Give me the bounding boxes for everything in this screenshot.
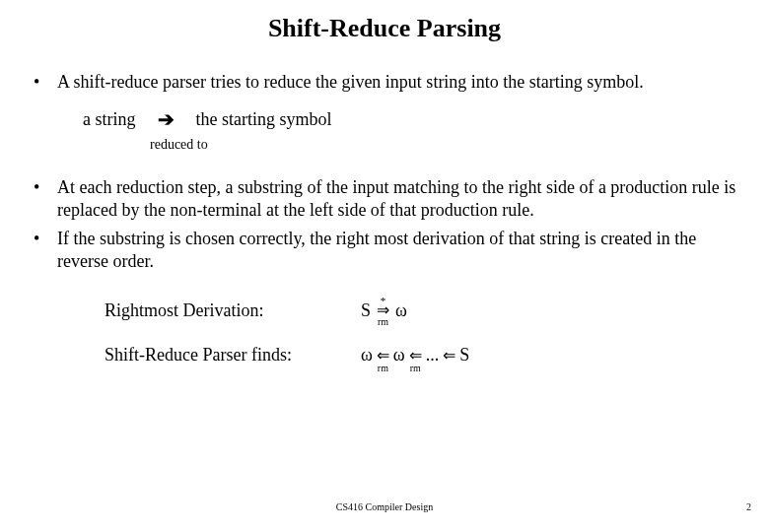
symbol-S: S <box>361 300 371 321</box>
slide-title: Shift-Reduce Parsing <box>28 14 741 43</box>
star-superscript: * <box>381 297 386 305</box>
rightmost-expr: S * ⇒ rm ω <box>361 300 407 321</box>
sr-expr: ω ⇐ rm ω ⇐ rm ... ⇐ S <box>361 345 469 366</box>
reduction-block: a string ➔ the starting symbol reduced t… <box>83 107 741 153</box>
reduction-rhs: the starting symbol <box>196 109 332 130</box>
double-left-arrow-icon: ⇐ <box>443 347 455 364</box>
reduction-row: a string ➔ the starting symbol <box>83 107 741 131</box>
double-left-arrow-icon: ⇐ <box>377 347 389 364</box>
symbol-S: S <box>459 345 469 366</box>
slide: Shift-Reduce Parsing A shift-reduce pars… <box>0 0 769 532</box>
reduction-lhs: a string <box>83 109 136 130</box>
reduces-arrow-icon: ⇐ rm <box>377 346 389 365</box>
derives-arrow-icon: * ⇒ rm <box>377 304 389 317</box>
rm-subscript: rm <box>410 363 421 373</box>
bullet-item: If the substring is chosen correctly, th… <box>28 228 741 273</box>
rm-subscript: rm <box>378 363 388 373</box>
bullet-item: At each reduction step, a substring of t… <box>28 176 741 222</box>
sr-label: Shift-Reduce Parser finds: <box>105 345 361 366</box>
double-left-arrow-icon: ⇐ <box>409 347 422 364</box>
ellipsis: ... <box>426 345 440 366</box>
symbol-omega: ω <box>393 345 405 366</box>
reduces-arrow-icon: ⇐ rm <box>409 346 422 365</box>
rm-subscript: rm <box>378 318 388 326</box>
derivation-block: Rightmost Derivation: S * ⇒ rm ω Shift-R… <box>105 300 741 366</box>
bullet-list-2: At each reduction step, a substring of t… <box>28 176 741 273</box>
rightmost-label: Rightmost Derivation: <box>105 300 361 321</box>
footer-course: CS416 Compiler Design <box>336 501 433 512</box>
page-number: 2 <box>746 501 751 512</box>
shift-reduce-row: Shift-Reduce Parser finds: ω ⇐ rm ω ⇐ rm… <box>105 345 741 366</box>
rightmost-derivation-row: Rightmost Derivation: S * ⇒ rm ω <box>105 300 741 321</box>
symbol-omega: ω <box>361 345 373 366</box>
bullet-item: A shift-reduce parser tries to reduce th… <box>28 71 741 94</box>
right-arrow-icon: ➔ <box>158 107 175 131</box>
symbol-omega: ω <box>395 300 407 321</box>
reduces-arrow-icon: ⇐ <box>443 346 455 365</box>
reduction-caption: reduced to <box>150 137 741 153</box>
bullet-list: A shift-reduce parser tries to reduce th… <box>28 71 741 94</box>
